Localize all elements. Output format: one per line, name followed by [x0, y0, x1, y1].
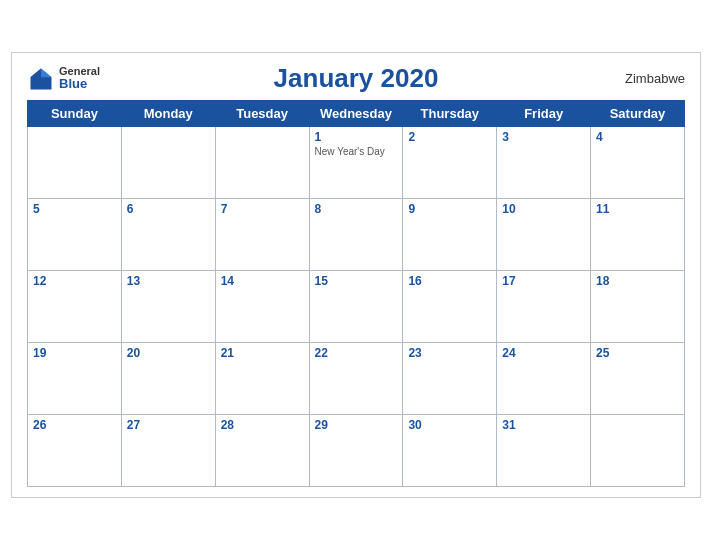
calendar-cell: 7	[215, 199, 309, 271]
day-number: 23	[408, 346, 491, 360]
day-number: 24	[502, 346, 585, 360]
calendar-cell: 28	[215, 415, 309, 487]
calendar-cell	[28, 127, 122, 199]
day-number: 22	[315, 346, 398, 360]
day-number: 29	[315, 418, 398, 432]
calendar-cell: 11	[591, 199, 685, 271]
calendar-cell: 8	[309, 199, 403, 271]
calendar-cell: 21	[215, 343, 309, 415]
logo-blue-text: Blue	[59, 77, 100, 91]
calendar-cell: 1New Year's Day	[309, 127, 403, 199]
day-number: 19	[33, 346, 116, 360]
header-sunday: Sunday	[28, 101, 122, 127]
calendar-cell: 17	[497, 271, 591, 343]
header-tuesday: Tuesday	[215, 101, 309, 127]
day-number: 6	[127, 202, 210, 216]
calendar-cell: 30	[403, 415, 497, 487]
calendar-cell: 5	[28, 199, 122, 271]
day-number: 7	[221, 202, 304, 216]
calendar-cell: 29	[309, 415, 403, 487]
logo-text: General Blue	[59, 65, 100, 91]
day-number: 16	[408, 274, 491, 288]
calendar-cell: 9	[403, 199, 497, 271]
svg-marker-1	[41, 68, 52, 77]
calendar-cell: 25	[591, 343, 685, 415]
calendar-cell: 15	[309, 271, 403, 343]
country-label: Zimbabwe	[625, 71, 685, 86]
day-number: 11	[596, 202, 679, 216]
day-number: 21	[221, 346, 304, 360]
calendar-cell: 26	[28, 415, 122, 487]
calendar-cell: 4	[591, 127, 685, 199]
day-number: 17	[502, 274, 585, 288]
logo: General Blue	[27, 65, 100, 93]
day-number: 4	[596, 130, 679, 144]
day-number: 26	[33, 418, 116, 432]
calendar-cell: 10	[497, 199, 591, 271]
svg-marker-2	[31, 68, 42, 77]
calendar-cell: 13	[121, 271, 215, 343]
calendar-week-row: 12131415161718	[28, 271, 685, 343]
day-number: 12	[33, 274, 116, 288]
calendar-cell: 24	[497, 343, 591, 415]
day-number: 20	[127, 346, 210, 360]
calendar-cell: 23	[403, 343, 497, 415]
day-number: 15	[315, 274, 398, 288]
calendar-week-row: 262728293031	[28, 415, 685, 487]
calendar-container: General Blue January 2020 Zimbabwe Sunda…	[11, 52, 701, 498]
calendar-title: January 2020	[274, 63, 439, 94]
calendar-cell	[215, 127, 309, 199]
header-saturday: Saturday	[591, 101, 685, 127]
calendar-cell: 19	[28, 343, 122, 415]
day-number: 2	[408, 130, 491, 144]
calendar-cell: 12	[28, 271, 122, 343]
header-friday: Friday	[497, 101, 591, 127]
day-number: 8	[315, 202, 398, 216]
calendar-cell: 18	[591, 271, 685, 343]
day-number: 5	[33, 202, 116, 216]
calendar-cell: 31	[497, 415, 591, 487]
day-number: 3	[502, 130, 585, 144]
day-number: 28	[221, 418, 304, 432]
day-number: 14	[221, 274, 304, 288]
day-number: 9	[408, 202, 491, 216]
calendar-cell: 2	[403, 127, 497, 199]
day-number: 27	[127, 418, 210, 432]
day-number: 31	[502, 418, 585, 432]
day-number: 13	[127, 274, 210, 288]
day-number: 25	[596, 346, 679, 360]
calendar-cell	[591, 415, 685, 487]
day-number: 10	[502, 202, 585, 216]
calendar-cell	[121, 127, 215, 199]
holiday-label: New Year's Day	[315, 146, 398, 157]
calendar-week-row: 19202122232425	[28, 343, 685, 415]
header-monday: Monday	[121, 101, 215, 127]
header-wednesday: Wednesday	[309, 101, 403, 127]
header-thursday: Thursday	[403, 101, 497, 127]
calendar-cell: 27	[121, 415, 215, 487]
calendar-cell: 22	[309, 343, 403, 415]
calendar-cell: 20	[121, 343, 215, 415]
calendar-cell: 16	[403, 271, 497, 343]
day-number: 18	[596, 274, 679, 288]
calendar-week-row: 567891011	[28, 199, 685, 271]
calendar-week-row: 1New Year's Day234	[28, 127, 685, 199]
logo-icon	[27, 65, 55, 93]
calendar-cell: 6	[121, 199, 215, 271]
calendar-cell: 3	[497, 127, 591, 199]
weekday-header-row: Sunday Monday Tuesday Wednesday Thursday…	[28, 101, 685, 127]
calendar-grid: Sunday Monday Tuesday Wednesday Thursday…	[27, 100, 685, 487]
calendar-header: General Blue January 2020 Zimbabwe	[27, 63, 685, 94]
calendar-cell: 14	[215, 271, 309, 343]
day-number: 1	[315, 130, 398, 144]
day-number: 30	[408, 418, 491, 432]
